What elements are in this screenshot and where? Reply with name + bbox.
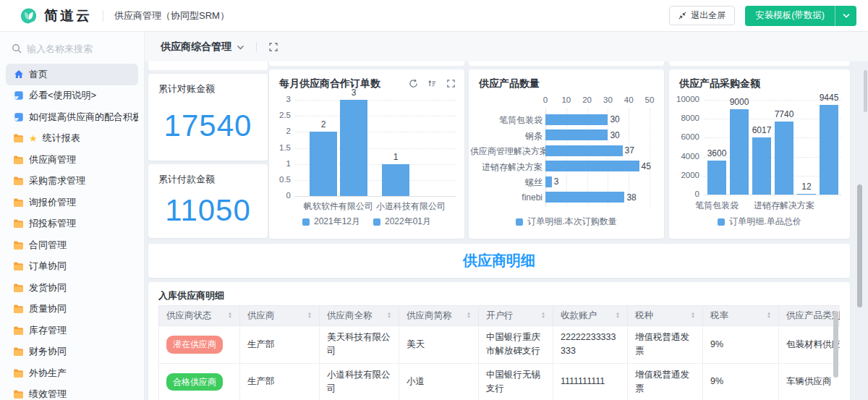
bar-笔筒包装袋[interactable] [707, 161, 726, 195]
legend-item[interactable]: 订单明细.单品总价 [718, 216, 801, 228]
section-title: 供应商明细 [463, 252, 535, 268]
bar-value-label: 30 [610, 130, 619, 140]
dashboard: 累计对账金额 17540 累计付款金额 11050 每月供应商合作订单数 00.… [145, 61, 868, 400]
sidebar-item-14[interactable]: 外协生产 [6, 362, 138, 384]
sidebar-item-13[interactable]: 财务协同 [6, 341, 138, 363]
kpi-value: 11050 [148, 193, 268, 228]
bar-进销存解决方案[interactable] [545, 161, 639, 171]
table-cell: 9% [703, 326, 779, 364]
table-cell: 22222233333333 [553, 326, 628, 364]
sidebar-item-label: 外协生产 [29, 367, 67, 380]
sidebar-item-6[interactable]: 询报价管理 [6, 192, 138, 213]
bar-2022年01月-帆软软件有限公司[interactable] [340, 100, 367, 196]
sidebar-item-4[interactable]: 供应商管理 [6, 149, 138, 171]
fullscreen-icon[interactable] [268, 42, 278, 52]
sort-icon[interactable]: ▲▼ [767, 312, 771, 318]
table-scroll-area[interactable]: 供应商状态▲▼供应商▲▼供应商全称▲▼供应商简称▲▼开户行▲▼收款账户▲▼税种▲… [158, 305, 840, 400]
exit-fullscreen-icon [678, 12, 686, 20]
column-header-供应商简称[interactable]: 供应商简称▲▼ [399, 306, 479, 326]
legend-item[interactable]: 2022年01月 [373, 216, 431, 228]
search-input[interactable] [27, 43, 128, 54]
category-label: 笔筒包装袋 [470, 114, 542, 127]
folder-icon [13, 346, 24, 357]
table-cell: 生产部 [240, 363, 320, 400]
sort-icon[interactable]: ▲▼ [691, 312, 695, 318]
bar-finebi[interactable] [545, 192, 624, 203]
category-label: 供应商管理解决方案 [470, 145, 542, 158]
kpi-label: 累计付款金额 [148, 164, 268, 186]
column-header-供应商[interactable]: 供应商▲▼ [240, 306, 320, 326]
sidebar-item-12[interactable]: 库存管理 [6, 320, 138, 341]
table-cell: 增值税普通发票 [628, 326, 703, 364]
install-template-dropdown-button[interactable] [835, 6, 856, 26]
dashboard-toolbar: 供应商综合管理 [145, 32, 868, 61]
table-cell: 包装材料供应 [779, 326, 841, 364]
table-scrollbar-thumb[interactable] [833, 311, 838, 378]
exit-fullscreen-button[interactable]: 退出全屏 [669, 6, 735, 25]
sidebar-item-1[interactable]: 必看<使用说明> [6, 85, 138, 107]
page-scrollbar-thumb[interactable] [864, 70, 867, 112]
column-header-供应商全称[interactable]: 供应商全称▲▼ [320, 306, 399, 326]
sidebar-item-label: 质量协同 [29, 302, 67, 315]
sidebar-item-label: 发货协同 [29, 281, 67, 294]
bar-笔筒包装袋[interactable] [545, 114, 608, 125]
y-axis-tick: 0.5 [272, 175, 291, 184]
table-cell: 生产部 [240, 326, 320, 364]
x-axis-tick: 10 [556, 95, 577, 104]
sort-icon[interactable]: ▲▼ [307, 312, 312, 318]
x-axis-tick: 0 [535, 95, 556, 104]
sidebar-item-10[interactable]: 发货协同 [6, 277, 138, 299]
sort-icon[interactable]: ▲▼ [387, 312, 391, 318]
column-header-税种[interactable]: 税种▲▼ [628, 306, 703, 326]
sidebar-item-0[interactable]: 首页 [6, 64, 138, 85]
bar-value-label: 30 [610, 114, 619, 124]
sidebar-item-7[interactable]: 招投标管理 [6, 213, 138, 235]
sidebar-item-5[interactable]: 采购需求管理 [6, 171, 138, 192]
chevron-down-icon [843, 13, 850, 18]
table-cell: 美天 [399, 326, 479, 364]
table-row[interactable]: 合格供应商生产部小道科技有限公司小道中国银行无锡支行1111111111增值税普… [159, 363, 841, 400]
folder-icon [13, 389, 24, 400]
folder-icon [13, 282, 24, 293]
bar-钢条[interactable] [545, 129, 608, 140]
column-header-供应产品类别[interactable]: 供应产品类别▲▼ [779, 306, 841, 326]
legend-item[interactable]: 订单明细.本次订购数量 [516, 216, 616, 228]
sidebar-item-3[interactable]: ★统计报表 [6, 128, 138, 150]
sort-icon[interactable]: ▲▼ [228, 312, 232, 318]
sidebar-item-15[interactable]: 绩效管理 [6, 384, 138, 400]
legend-label: 订单明细.单品总价 [729, 216, 801, 228]
jiandaoyun-logo-icon [19, 6, 38, 25]
bar-螺丝[interactable] [545, 176, 552, 187]
column-header-收款账户[interactable]: 收款账户▲▼ [553, 306, 628, 326]
sidebar-item-2[interactable]: 如何提高供应商的配合积极性? [6, 106, 138, 128]
install-template-button[interactable]: 安装模板(带数据) [745, 6, 835, 26]
table-row[interactable]: 潜在供应商生产部美天科技有限公司美天中国银行重庆市解放碑支行2222223333… [159, 326, 841, 364]
sidebar-search[interactable] [12, 41, 132, 56]
bar-钢条[interactable] [730, 109, 749, 195]
bar-value-label: 7740 [762, 109, 806, 119]
table-cell: 美天科技有限公司 [320, 326, 399, 364]
column-header-供应商状态[interactable]: 供应商状态▲▼ [159, 306, 240, 326]
sidebar-item-8[interactable]: 合同管理 [6, 234, 138, 256]
dashboard-scrollbar-thumb[interactable] [857, 184, 862, 307]
bar-value-label: 9000 [718, 97, 761, 107]
sort-icon[interactable]: ▲▼ [467, 312, 471, 318]
category-label: 螺丝 [470, 176, 542, 189]
column-header-开户行[interactable]: 开户行▲▼ [479, 306, 553, 326]
sidebar-item-11[interactable]: 质量协同 [6, 299, 138, 320]
legend-item[interactable]: 2021年12月 [302, 216, 360, 228]
sidebar-item-9[interactable]: 订单协同 [6, 256, 138, 278]
bar-2021年12月-小道科技有限公司[interactable] [382, 164, 409, 196]
chevron-down-icon[interactable] [237, 43, 244, 51]
bar-螺丝[interactable] [797, 194, 816, 195]
table-cell: 9% [703, 363, 779, 400]
bar-供应商管理解决方案[interactable] [752, 137, 771, 195]
dashboard-selector[interactable]: 供应商综合管理 [161, 41, 231, 54]
bar-value-label: 9445 [807, 93, 851, 103]
sort-icon[interactable]: ▲▼ [541, 312, 545, 318]
bar-finebi[interactable] [820, 105, 838, 195]
column-header-税率[interactable]: 税率▲▼ [703, 306, 779, 326]
bar-供应商管理解决方案[interactable] [545, 145, 623, 156]
bar-2021年12月-帆软软件有限公司[interactable] [310, 132, 337, 196]
sort-icon[interactable]: ▲▼ [616, 312, 620, 318]
